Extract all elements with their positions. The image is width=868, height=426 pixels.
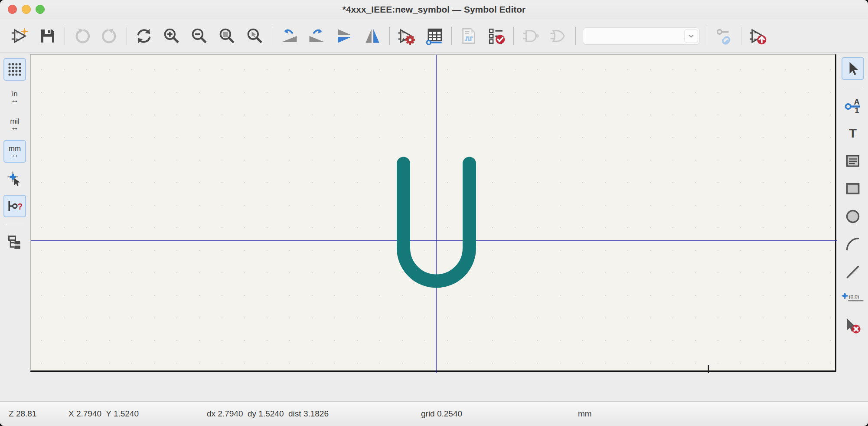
zoom-readout: Z 28.81 <box>9 409 36 419</box>
crosshair-cursor-icon <box>7 171 23 187</box>
units-mils-button[interactable]: mil ↔ <box>3 113 26 135</box>
right-toolbar: A 1 T <box>838 53 868 401</box>
canvas-wrap <box>29 53 838 401</box>
save-button[interactable] <box>38 26 58 46</box>
anchor-origin-icon: (0,0) <box>842 292 864 302</box>
units-inches-button[interactable]: in ↔ <box>3 85 26 108</box>
mirror-horizontal-button[interactable] <box>362 26 382 46</box>
mirror-horizontally-icon <box>363 27 382 45</box>
svg-text:+: + <box>16 36 19 43</box>
toolbar-separator <box>272 27 272 45</box>
up-arrow-badge <box>757 35 766 44</box>
arc-tool-button[interactable] <box>842 233 864 256</box>
update-symbol-button[interactable]: − + <box>748 26 768 46</box>
svg-text:(0,0): (0,0) <box>849 294 859 299</box>
grid-dots-icon <box>7 62 23 77</box>
circle-icon <box>845 208 861 225</box>
left-toolbar: in ↔ mil ↔ mm ↔ <box>0 53 29 401</box>
delete-tool-button[interactable] <box>842 315 864 337</box>
delete-cursor-icon <box>844 317 861 334</box>
zoom-to-fit-button[interactable] <box>217 26 237 46</box>
grid-readout: grid 0.2540 <box>421 409 462 419</box>
zoom-button[interactable] <box>36 5 45 14</box>
mirror-vertical-button[interactable] <box>335 26 355 46</box>
de-morgan-standard-button <box>521 26 541 46</box>
status-bar: Z 28.81 X 2.7940 Y 1.5240 dx 2.7940 dy 1… <box>0 401 868 426</box>
crosshair-cursor-button[interactable] <box>3 167 26 190</box>
cursor-arrow-icon <box>845 61 861 76</box>
pin-table-icon <box>425 27 444 45</box>
anchor-tool-button[interactable]: (0,0) <box>842 288 864 306</box>
rotate-counterclockwise-icon <box>280 27 298 45</box>
window-title: *4xxx_IEEE:new_symbol — Symbol Editor <box>343 4 525 15</box>
symbol-tree-button[interactable] <box>3 231 26 253</box>
symbol-checker-button[interactable] <box>486 26 506 46</box>
undo-icon <box>73 27 91 45</box>
synchronized-pins-button <box>714 26 734 46</box>
circle-tool-button[interactable] <box>842 205 864 228</box>
canvas-drawing <box>31 55 837 373</box>
double-arrow-icon: ↔ <box>11 125 19 131</box>
main-area: in ↔ mil ↔ mm ↔ <box>0 53 868 401</box>
textbox-tool-button[interactable] <box>842 150 864 172</box>
chevron-down-icon[interactable] <box>685 29 698 43</box>
rotate-ccw-button[interactable] <box>279 26 299 46</box>
zoom-out-icon <box>191 27 208 45</box>
toolbar-separator <box>5 224 24 224</box>
double-arrow-icon: ↔ <box>11 97 19 103</box>
refresh-icon <box>135 27 153 45</box>
pin-table-button[interactable] <box>424 26 444 46</box>
unit-select-dropdown[interactable] <box>583 28 699 44</box>
text-tool-button[interactable]: T <box>842 122 864 144</box>
svg-text:+: + <box>754 36 757 43</box>
datasheet-icon <box>460 27 477 45</box>
zoom-in-button[interactable] <box>162 26 182 46</box>
opamp-new-icon: − + <box>11 27 29 45</box>
zoom-out-button[interactable] <box>189 26 209 46</box>
text-tool-icon: T <box>849 127 857 140</box>
toolbar-separator <box>575 27 576 45</box>
hierarchy-tree-icon <box>7 234 23 250</box>
select-tool-button[interactable] <box>842 57 864 80</box>
titlebar: *4xxx_IEEE:new_symbol — Symbol Editor <box>0 0 868 19</box>
zoom-selection-icon <box>246 27 264 45</box>
pin-electrical-types-button[interactable]: ? <box>3 195 26 217</box>
zoom-to-selection-button[interactable] <box>245 26 265 46</box>
toolbar-separator <box>843 87 862 87</box>
refresh-view-button[interactable] <box>134 26 154 46</box>
editor-canvas[interactable] <box>30 54 836 372</box>
svg-text:−: − <box>402 30 405 36</box>
minimize-button[interactable] <box>22 5 31 14</box>
new-symbol-button[interactable]: − + <box>10 26 30 46</box>
svg-text:?: ? <box>17 202 23 211</box>
opamp-update-icon: − + <box>749 27 767 45</box>
toolbar-separator <box>451 27 452 45</box>
redo-icon <box>101 27 119 45</box>
symbol-checker-icon <box>487 27 506 45</box>
mirror-vertically-icon <box>336 27 354 45</box>
svg-text:A: A <box>854 97 860 106</box>
pin-question-icon: ? <box>7 198 23 214</box>
svg-text:−: − <box>16 30 19 36</box>
grid-toggle-button[interactable] <box>3 58 26 81</box>
toolbar-separator <box>741 27 741 45</box>
double-arrow-icon: ↔ <box>11 152 19 158</box>
or-gate-icon <box>549 27 568 45</box>
toolbar-separator <box>707 27 707 45</box>
close-button[interactable] <box>8 5 17 14</box>
rotate-clockwise-icon <box>308 27 326 45</box>
svg-text:1: 1 <box>855 106 859 114</box>
pin-tool-icon: A 1 <box>844 97 861 114</box>
zoom-fit-icon <box>219 27 236 45</box>
rotate-cw-button[interactable] <box>307 26 327 46</box>
redo-button <box>100 26 120 46</box>
line-tool-button[interactable] <box>842 261 864 283</box>
pin-tool-button[interactable]: A 1 <box>842 94 864 117</box>
top-toolbar: − + <box>0 19 868 53</box>
svg-text:−: − <box>754 30 757 36</box>
units-mm-button[interactable]: mm ↔ <box>3 140 26 163</box>
rectangle-tool-button[interactable] <box>842 177 864 200</box>
arc-icon <box>845 236 861 252</box>
symbol-properties-button[interactable]: − + <box>397 26 417 46</box>
units-readout: mm <box>578 409 592 419</box>
